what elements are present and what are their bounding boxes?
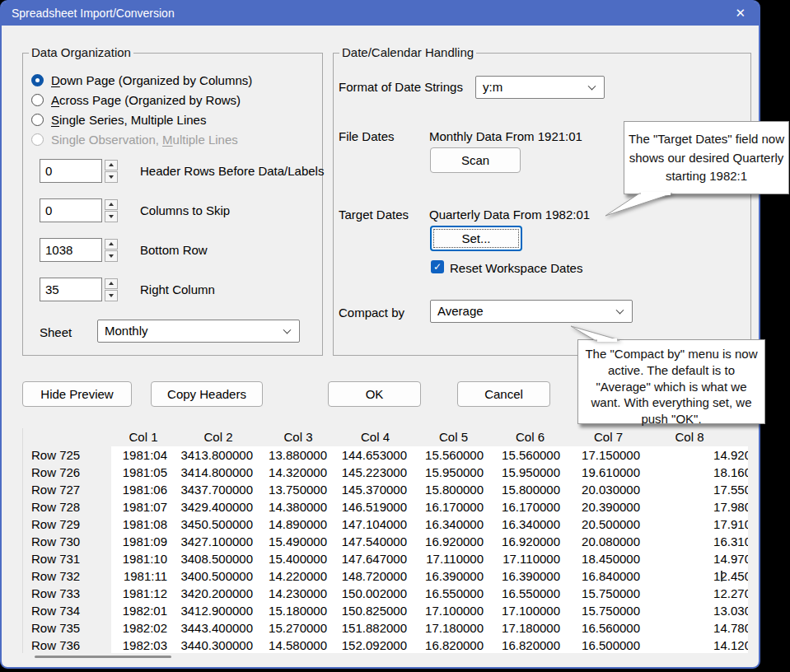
- spin-down-button[interactable]: [105, 171, 118, 183]
- table-cell: 1981:12: [111, 585, 175, 602]
- table-row[interactable]: Row 7301981:093427.10000015.490000147.54…: [23, 533, 748, 550]
- radio-label: Across Page (Organized by Rows): [51, 93, 241, 107]
- table-cell: 17.150000: [568, 446, 648, 464]
- spin-up-button[interactable]: [105, 278, 118, 290]
- row-label-header: [23, 428, 111, 446]
- table-cell: 147.647000: [335, 550, 415, 567]
- spin-up-button[interactable]: [105, 160, 118, 171]
- table-cell: 20.500000: [568, 516, 648, 533]
- scan-button[interactable]: Scan: [430, 147, 521, 173]
- target-dates-callout: The "Target Dates" field now shows our d…: [624, 121, 789, 194]
- table-cell: 1982:03: [111, 637, 175, 653]
- radio-icon[interactable]: [31, 74, 44, 86]
- spinner-input[interactable]: [40, 159, 102, 183]
- table-cell: 3412.900000: [175, 602, 261, 619]
- radio-option[interactable]: Down Page (Organized by Columns): [31, 72, 252, 88]
- table-cell: 145.370000: [335, 481, 415, 498]
- row-label: Row 734: [23, 602, 111, 619]
- compact-by-callout-tail: [567, 318, 633, 343]
- table-cell: 16.390000: [492, 567, 568, 585]
- table-cell: 1982:01: [111, 602, 175, 619]
- set-button[interactable]: Set...: [430, 226, 522, 251]
- chevron-down-icon: [616, 306, 624, 315]
- table-cell: 147.540000: [335, 533, 415, 550]
- table-cell: 148.720000: [335, 567, 415, 585]
- horizontal-scrollbar[interactable]: [35, 656, 171, 658]
- table-row[interactable]: Row 7291981:083450.50000014.890000147.10…: [23, 516, 748, 533]
- table-cell: 13.750000: [261, 481, 335, 498]
- table-row[interactable]: Row 7251981:043413.80000013.880000144.65…: [23, 446, 748, 464]
- table-row[interactable]: Row 7361982:033440.30000014.580000152.09…: [23, 637, 748, 653]
- radio-icon[interactable]: [31, 114, 44, 126]
- table-cell: 16.170000: [415, 498, 492, 516]
- table-cell: 1981:11: [111, 567, 175, 585]
- table-cell: 16.500000: [568, 637, 648, 653]
- ok-button[interactable]: OK: [328, 381, 421, 407]
- table-cell: 3427.100000: [175, 533, 261, 550]
- target-dates-label: Target Dates: [339, 208, 409, 222]
- table-cell: 14.380000: [261, 498, 335, 516]
- table-cell: 12.270000: [648, 585, 748, 602]
- spinner-input[interactable]: [40, 198, 102, 222]
- table-row[interactable]: Row 7351982:023443.40000015.270000151.88…: [23, 619, 748, 637]
- column-header: Col 8: [648, 428, 731, 446]
- spinner-input[interactable]: [40, 238, 102, 262]
- hide-preview-button[interactable]: Hide Preview: [22, 381, 132, 407]
- table-cell: 147.104000: [335, 516, 415, 533]
- cancel-button[interactable]: Cancel: [457, 381, 550, 407]
- spin-down-button[interactable]: [105, 250, 118, 262]
- close-icon[interactable]: ✕: [735, 6, 746, 21]
- table-row[interactable]: Row 7321981:113400.50000014.220000148.72…: [23, 567, 748, 585]
- radio-icon[interactable]: [31, 94, 44, 106]
- sheet-dropdown[interactable]: Monthly: [97, 320, 300, 343]
- data-organization-title: Data Organization: [29, 45, 133, 59]
- check-icon: ✓: [433, 261, 442, 273]
- table-cell: 16.390000: [415, 567, 492, 585]
- radio-option[interactable]: Across Page (Organized by Rows): [31, 91, 241, 108]
- table-cell: 19.610000: [568, 464, 648, 481]
- spin-up-button[interactable]: [105, 199, 118, 211]
- column-header: Col 7: [568, 428, 648, 446]
- spinner-buttons: [105, 199, 118, 222]
- table-cell: 17.180000: [492, 619, 568, 637]
- table-row[interactable]: Row 7281981:073429.40000014.380000146.51…: [23, 498, 748, 516]
- chevron-down-icon: [588, 82, 596, 91]
- row-label: Row 730: [23, 533, 111, 550]
- copy-headers-button[interactable]: Copy Headers: [151, 381, 263, 407]
- table-row[interactable]: Row 7271981:063437.70000013.750000145.37…: [23, 481, 748, 498]
- table-cell: 3408.500000: [175, 550, 261, 567]
- title-bar[interactable]: Spreadsheet Import/Conversion ✕: [2, 2, 759, 26]
- table-cell: 14.580000: [261, 637, 335, 653]
- table-cell: 16.340000: [492, 516, 568, 533]
- radio-option[interactable]: Single Series, Multiple Lines: [31, 111, 206, 128]
- file-dates-value: Monthly Data From 1921:01: [429, 129, 582, 143]
- reset-workspace-dates-checkbox[interactable]: ✓: [431, 260, 444, 273]
- table-cell: 15.950000: [415, 464, 492, 481]
- table-cell: 145.223000: [335, 464, 415, 481]
- spinner-label: Header Rows Before Data/Labels: [140, 164, 324, 178]
- table-cell: 150.825000: [335, 602, 415, 619]
- reset-workspace-dates-label: Reset Workspace Dates: [450, 261, 582, 275]
- spin-up-button[interactable]: [105, 239, 118, 250]
- target-dates-value: Quarterly Data From 1982:01: [429, 208, 590, 222]
- table-row[interactable]: Row 7311981:103408.50000015.400000147.64…: [23, 550, 748, 567]
- spinner-row: Columns to Skip: [40, 198, 230, 222]
- table-row[interactable]: Row 7261981:053414.80000014.320000145.22…: [23, 464, 748, 481]
- format-of-date-strings-label: Format of Date Strings: [339, 80, 463, 94]
- table-row[interactable]: Row 7341982:013412.90000015.180000150.82…: [23, 602, 748, 619]
- table-row[interactable]: Row 7331981:123420.20000014.230000150.00…: [23, 585, 748, 602]
- compact-by-callout-text: The "Compact by" menu is now active. The…: [585, 347, 757, 426]
- spinner-label: Columns to Skip: [140, 203, 230, 217]
- table-cell: 20.030000: [568, 481, 648, 498]
- row-label: Row 732: [23, 567, 111, 585]
- spinner-input[interactable]: [40, 278, 102, 301]
- spinner-buttons: [105, 239, 118, 262]
- table-cell: 15.490000: [261, 533, 335, 550]
- spin-down-button[interactable]: [105, 211, 118, 222]
- table-cell: 3437.700000: [175, 481, 261, 498]
- date-format-dropdown[interactable]: y:m: [475, 76, 605, 99]
- table-cell: 17.100000: [492, 602, 568, 619]
- spin-down-button[interactable]: [105, 290, 118, 301]
- row-label: Row 735: [23, 619, 111, 637]
- table-cell: 3413.800000: [175, 446, 261, 464]
